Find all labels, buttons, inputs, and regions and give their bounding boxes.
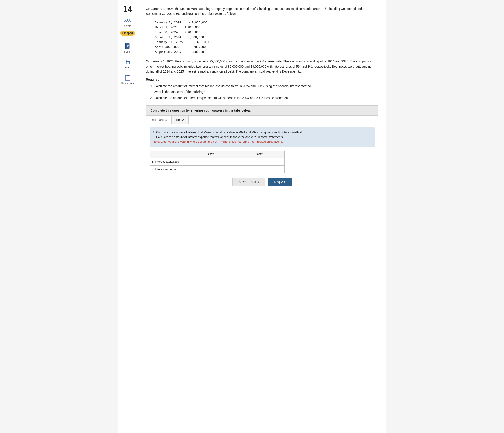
table-row: 1. Interest capitalized xyxy=(150,158,284,165)
complete-banner: Complete this question by entering your … xyxy=(146,105,378,116)
sidebar-item-references[interactable]: References xyxy=(118,72,138,86)
next-button[interactable]: Req 2 > xyxy=(268,178,292,186)
required-list: 1. Calculate the amount of interest that… xyxy=(151,83,378,101)
expenditure-row-1: March 1, 2024 1,800,000 xyxy=(155,25,378,30)
clipboard-icon xyxy=(124,74,131,81)
expenditure-row-5: April 30, 2025 783,000 xyxy=(155,45,378,49)
print-icon xyxy=(124,58,131,65)
tabs-row: Req 1 and 3 Req 2 xyxy=(146,116,378,124)
expenditures-table: January 1, 2024 $ 2,050,000 March 1, 202… xyxy=(155,20,378,55)
nav-buttons: < Req 1 and 3 Req 2 > xyxy=(150,178,375,191)
row2-input-2024[interactable] xyxy=(187,165,235,173)
intro-text: On January 1, 2024, the Mason Manufactur… xyxy=(146,6,378,16)
prev-button[interactable]: < Req 1 and 3 xyxy=(232,178,265,186)
book-icon xyxy=(124,43,131,49)
row1-input-2025[interactable] xyxy=(235,158,284,165)
sidebar-item-ebook[interactable]: eBook xyxy=(118,41,138,55)
points-value: 6.66 xyxy=(124,18,131,23)
tab-desc-line1: 1. Calculate the amount of interest that… xyxy=(153,130,371,135)
tab-content: 1. Calculate the amount of interest that… xyxy=(146,124,378,194)
row1-input-2024[interactable] xyxy=(187,158,235,165)
points-label: points xyxy=(124,24,131,28)
required-item-1: 1. Calculate the amount of interest that… xyxy=(151,83,378,89)
table-row: 3. Interest expense xyxy=(150,165,284,173)
tab-req2[interactable]: Req 2 xyxy=(171,116,189,124)
loan-text: On January 1, 2024, the company obtained… xyxy=(146,59,378,74)
svg-rect-6 xyxy=(126,60,129,61)
interest-capitalized-2025-input[interactable] xyxy=(236,158,284,165)
col-header-label xyxy=(150,150,187,158)
interest-expense-2024-input[interactable] xyxy=(187,166,235,173)
svg-point-8 xyxy=(128,62,129,62)
tab-description: 1. Calculate the amount of interest that… xyxy=(150,128,375,147)
tab-note: Note: Enter your answers in whole dollar… xyxy=(153,139,371,144)
svg-rect-1 xyxy=(125,44,126,49)
required-item-3: 3. Calculate the amount of interest expe… xyxy=(151,95,378,101)
expenditure-row-3: October 1, 2024 1,800,000 xyxy=(155,35,378,40)
tabs-container: Req 1 and 3 Req 2 1. Calculate the amoun… xyxy=(146,116,378,194)
row2-input-2025[interactable] xyxy=(235,165,284,173)
expenditure-row-0: January 1, 2024 $ 2,050,000 xyxy=(155,20,378,25)
problem-number: 14 xyxy=(123,4,132,14)
interest-expense-2025-input[interactable] xyxy=(236,166,284,173)
expenditure-row-6: August 31, 2025 1,080,000 xyxy=(155,49,378,55)
row2-label: 3. Interest expense xyxy=(150,165,187,173)
tab-desc-line2: 3. Calculate the amount of interest expe… xyxy=(153,135,371,139)
interest-capitalized-2024-input[interactable] xyxy=(187,158,235,165)
skipped-badge: Skipped xyxy=(120,31,135,36)
svg-rect-7 xyxy=(126,62,129,64)
tab-req1and3[interactable]: Req 1 and 3 xyxy=(146,116,171,124)
svg-rect-10 xyxy=(127,75,128,76)
expenditure-row-4: January 31, 2025 450,000 xyxy=(155,40,378,45)
required-label: Required: xyxy=(146,78,378,81)
col-header-2024: 2024 xyxy=(187,150,235,158)
sidebar-item-ebook-label: eBook xyxy=(124,50,131,53)
col-header-2025: 2025 xyxy=(235,150,284,158)
answer-table: 2024 2025 1. Interest capitalized xyxy=(150,150,285,173)
sidebar-item-print-label: Print xyxy=(125,66,130,69)
required-item-2: 2. What is the total cost of the buildin… xyxy=(151,89,378,95)
sidebar: 14 6.66 points Skipped eBook xyxy=(118,0,138,433)
main-content: On January 1, 2024, the Mason Manufactur… xyxy=(138,0,387,433)
sidebar-item-print[interactable]: Print xyxy=(118,57,138,71)
sidebar-item-references-label: References xyxy=(121,82,134,84)
expenditure-row-2: June 30, 2024 2,000,000 xyxy=(155,30,378,35)
row1-label: 1. Interest capitalized xyxy=(150,158,187,165)
